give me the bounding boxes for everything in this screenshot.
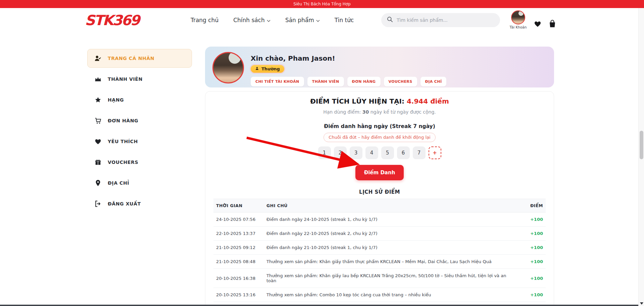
cart-icon: [94, 117, 102, 124]
points-title: ĐIỂM TÍCH LŨY HIỆN TẠI: 4.944 điểm: [310, 97, 449, 106]
sidebar-item-profile[interactable]: TRANG CÁ NHÂN: [87, 49, 192, 68]
streak-title: Điểm danh hằng ngày (Streak 7 ngày): [324, 123, 435, 130]
tab-vouchers[interactable]: VOUCHERS: [384, 77, 417, 86]
chevron-down-icon: [316, 17, 320, 23]
points-section: ĐIỂM TÍCH LŨY HIỆN TẠI: 4.944 điểm Hạn d…: [205, 91, 554, 306]
profile-sidebar: TRANG CÁ NHÂN THÀNH VIÊN HẠNG ĐƠN HÀNG Y…: [87, 49, 192, 213]
checkin-button[interactable]: Điểm Danh: [355, 165, 404, 180]
column-header-points: ĐIỂM: [515, 199, 546, 212]
sidebar-item-label: TRANG CÁ NHÂN: [108, 56, 154, 61]
table-row: 20-10-2025 16:38 Thưởng xem sản phẩm: Kh…: [213, 269, 546, 288]
table-row: 21-10-2025 08:48 Thưởng xem sản phẩm: Kh…: [213, 255, 546, 269]
profile-header-card: Xin chào, Pham Jason! Thường CHI TIẾT TÀ…: [205, 47, 554, 87]
heart-icon: [94, 138, 102, 145]
tier-badge: Thường: [251, 65, 284, 73]
nav-products[interactable]: Sản phẩm: [285, 17, 320, 23]
tier-badge-label: Thường: [261, 66, 280, 71]
column-header-time: THỜI GIAN: [213, 199, 264, 212]
wishlist-icon[interactable]: [533, 20, 542, 29]
table-row: 21-10-2025 09:12 Điểm danh ngày 21-10-20…: [213, 241, 546, 255]
crown-icon: [94, 75, 102, 83]
main-nav: Trang chủ Chính sách Sản phẩm Tin tức: [191, 8, 354, 32]
streak-day-2: 2: [334, 146, 347, 159]
sidebar-item-label: VOUCHERS: [108, 160, 138, 165]
streak-status-pill: Chuỗi đã đứt – hãy điểm danh để khởi độn…: [324, 133, 435, 142]
announcement-text: Siêu Thị Bách Hóa Tổng Hợp: [293, 2, 351, 6]
table-header-row: THỜI GIAN GHI CHÚ ĐIỂM: [213, 199, 546, 212]
sidebar-item-label: ĐƠN HÀNG: [108, 118, 138, 123]
scrollbar-down-button[interactable]: [639, 301, 644, 306]
history-title: LỊCH SỬ ĐIỂM: [359, 189, 400, 195]
person-icon: [255, 66, 259, 71]
points-expiry-note: Hạn dùng điểm: 30 ngày kể từ ngày được c…: [323, 109, 436, 115]
streak-day-6: 6: [397, 146, 410, 159]
sidebar-item-label: ĐĂNG XUẤT: [108, 201, 141, 206]
streak-day-7: 7: [413, 146, 426, 159]
sidebar-item-label: ĐỊA CHỈ: [108, 180, 129, 186]
streak-day-1: 1: [318, 146, 331, 159]
location-pin-icon: [94, 179, 102, 187]
streak-day-4: 4: [365, 146, 378, 159]
table-row: 24-10-2025 07:56 Điểm danh ngày 24-10-20…: [213, 212, 546, 227]
sidebar-item-favorites[interactable]: YÊU THÍCH: [87, 132, 192, 151]
search-bar: [381, 13, 500, 27]
streak-day-5: 5: [381, 146, 394, 159]
sidebar-item-logout[interactable]: ĐĂNG XUẤT: [87, 194, 192, 213]
logout-icon: [94, 200, 102, 207]
greeting-text: Xin chào, Pham Jason!: [251, 54, 446, 62]
column-header-note: GHI CHÚ: [264, 199, 515, 212]
profile-avatar: [212, 52, 244, 83]
gift-icon: [94, 159, 102, 166]
tab-membership[interactable]: THÀNH VIÊN: [307, 77, 344, 86]
cart-bag-icon[interactable]: [548, 19, 557, 30]
sidebar-item-membership[interactable]: THÀNH VIÊN: [87, 70, 192, 88]
star-icon: [94, 96, 102, 104]
scrollbar[interactable]: [638, 8, 644, 306]
account-menu[interactable]: Tài Khoản: [509, 10, 528, 29]
sidebar-item-orders[interactable]: ĐƠN HÀNG: [87, 111, 192, 130]
search-icon: [387, 16, 393, 24]
sidebar-item-label: YÊU THÍCH: [108, 139, 138, 144]
search-input[interactable]: [397, 17, 495, 23]
streak-day-3: 3: [350, 146, 362, 159]
window-bottom-edge: [0, 305, 644, 306]
sidebar-item-label: HẠNG: [108, 97, 124, 103]
points-value: 4.944 điểm: [407, 97, 449, 105]
site-header: STK369 Trang chủ Chính sách Sản phẩm Tin…: [0, 8, 644, 32]
account-label: Tài Khoản: [509, 25, 528, 29]
sidebar-item-rank[interactable]: HẠNG: [87, 90, 192, 109]
nav-home[interactable]: Trang chủ: [191, 17, 218, 23]
points-history-table: THỜI GIAN GHI CHÚ ĐIỂM 24-10-2025 07:56 …: [213, 199, 546, 306]
profile-tabs: CHI TIẾT TÀI KHOẢN THÀNH VIÊN ĐƠN HÀNG V…: [251, 77, 446, 86]
streak-day-chips: 1 2 3 4 5 6 7 +: [318, 146, 441, 159]
person-check-icon: [94, 55, 102, 62]
announcement-bar: Siêu Thị Bách Hóa Tổng Hợp: [0, 0, 644, 8]
tab-addresses[interactable]: ĐỊA CHỈ: [420, 77, 447, 86]
tab-orders[interactable]: ĐƠN HÀNG: [347, 77, 381, 86]
nav-policies[interactable]: Chính sách: [233, 17, 270, 23]
sidebar-item-vouchers[interactable]: VOUCHERS: [87, 153, 192, 172]
scrollbar-thumb[interactable]: [640, 131, 643, 159]
chevron-down-icon: [267, 17, 270, 23]
streak-bonus-chip: +: [429, 146, 441, 159]
brand-logo[interactable]: STK369: [85, 12, 139, 28]
tab-account-details[interactable]: CHI TIẾT TÀI KHOẢN: [251, 77, 304, 86]
avatar: [511, 10, 525, 24]
nav-news[interactable]: Tin tức: [335, 17, 354, 23]
table-row: 20-10-2025 13:16 Thưởng xem sản phẩm: Co…: [213, 288, 546, 302]
sidebar-item-label: THÀNH VIÊN: [108, 76, 143, 82]
table-row: 22-10-2025 13:37 Điểm danh ngày 22-10-20…: [213, 227, 546, 241]
sidebar-item-addresses[interactable]: ĐỊA CHỈ: [87, 174, 192, 192]
